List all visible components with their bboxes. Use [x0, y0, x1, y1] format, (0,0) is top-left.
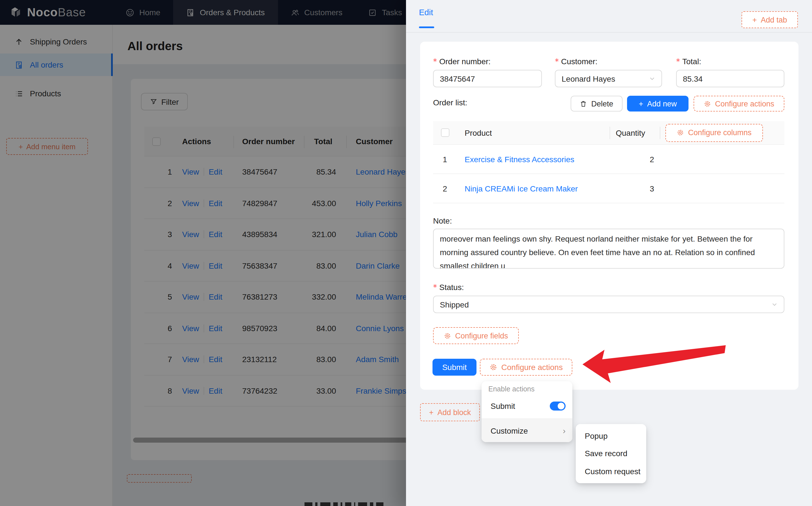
edit-form-block: *Order number: *Customer: *Total: Leonar…	[420, 42, 799, 390]
total-label: *Total:	[676, 57, 701, 66]
delete-button[interactable]: Delete	[571, 96, 622, 111]
chevron-down-icon	[771, 301, 777, 308]
required-mark: *	[676, 57, 680, 66]
dropdown-item-customize[interactable]: Customize ›	[482, 419, 572, 442]
order-list-table: Product Quantity Configure columns 1 Exe…	[433, 121, 785, 203]
edit-drawer: Edit + Add tab *Order number: *Customer:…	[406, 0, 812, 506]
row-index: 2	[433, 184, 457, 193]
dropdown-item-label: Submit	[490, 402, 515, 411]
product-link[interactable]: Exercise & Fitness Accessories	[465, 155, 574, 164]
dropdown-group-header: Enable actions	[488, 385, 535, 393]
submit-button[interactable]: Submit	[432, 359, 476, 375]
configure-actions-dropdown: Enable actions Submit Customize ›	[482, 381, 572, 442]
order-list-row: 2 Ninja CREAMi Ice Cream Maker 3	[433, 174, 785, 203]
add-new-button[interactable]: + Add new	[627, 96, 688, 111]
submenu-item-popup[interactable]: Popup	[576, 427, 646, 445]
status-label: *Status:	[433, 283, 464, 292]
required-mark: *	[555, 57, 559, 66]
tab-edit[interactable]: Edit	[419, 8, 433, 17]
required-mark: *	[433, 57, 437, 66]
status-select[interactable]: Shipped	[433, 296, 785, 313]
configure-columns-button[interactable]: Configure columns	[665, 123, 763, 142]
plus-icon: +	[429, 408, 433, 416]
add-block-button-drawer[interactable]: + Add block	[420, 403, 480, 421]
configure-actions-label: Configure actions	[501, 363, 563, 372]
dropdown-item-label: Customize	[490, 426, 528, 435]
gear-icon	[677, 129, 684, 136]
configure-fields-label: Configure fields	[455, 331, 508, 340]
order-number-input[interactable]	[433, 70, 542, 87]
configure-fields-button[interactable]: Configure fields	[433, 327, 519, 344]
status-select-value: Shipped	[440, 300, 469, 309]
customer-label: *Customer:	[555, 57, 597, 66]
configure-actions-button-form[interactable]: Configure actions	[480, 359, 572, 375]
submenu-item-custom-request[interactable]: Custom request	[576, 462, 646, 480]
add-tab-button[interactable]: + Add tab	[742, 11, 798, 28]
gear-icon	[444, 332, 451, 339]
note-label: Note:	[433, 216, 452, 225]
tab-active-indicator	[419, 26, 434, 28]
column-header-product: Product	[457, 128, 610, 137]
gear-icon	[489, 363, 497, 371]
tabs-divider	[406, 32, 812, 33]
plus-icon: +	[639, 99, 644, 108]
order-list-header: Product Quantity Configure columns	[433, 121, 785, 145]
total-input[interactable]	[676, 70, 785, 87]
customer-select[interactable]: Leonard Hayes	[555, 70, 662, 87]
delete-label: Delete	[591, 99, 613, 108]
product-link[interactable]: Ninja CREAMi Ice Cream Maker	[465, 184, 578, 193]
app-root: NocoBase Home Orders & Products	[0, 0, 812, 506]
chevron-right-icon: ›	[563, 426, 565, 435]
order-list-label: Order list:	[433, 98, 467, 107]
gear-icon	[704, 100, 711, 107]
submit-label: Submit	[442, 363, 467, 372]
add-new-label: Add new	[647, 99, 677, 108]
configure-actions-button-orderlist[interactable]: Configure actions	[693, 96, 785, 111]
customize-submenu: Popup Save record Custom request	[576, 424, 646, 483]
configure-columns-label: Configure columns	[688, 129, 751, 137]
column-header-quantity: Quantity	[610, 128, 660, 137]
quantity-cell: 3	[610, 184, 660, 193]
plus-icon: +	[752, 15, 757, 24]
order-list-select-all-checkbox[interactable]	[441, 129, 449, 137]
chevron-down-icon	[649, 75, 655, 82]
quantity-cell: 2	[610, 155, 660, 164]
note-textarea[interactable]: moreover man feelings own shy. Request n…	[433, 229, 785, 269]
add-tab-label: Add tab	[761, 15, 787, 24]
order-list-row: 1 Exercise & Fitness Accessories 2	[433, 145, 785, 174]
add-block-label: Add block	[437, 408, 471, 416]
order-number-label: *Order number:	[433, 57, 490, 66]
required-mark: *	[433, 283, 437, 292]
submit-toggle[interactable]	[550, 402, 565, 411]
configure-actions-label: Configure actions	[715, 99, 774, 108]
row-index: 1	[433, 155, 457, 164]
customer-select-value: Leonard Hayes	[562, 74, 615, 83]
submenu-item-save-record[interactable]: Save record	[576, 445, 646, 462]
dropdown-item-submit[interactable]: Submit	[482, 397, 572, 415]
trash-icon	[580, 100, 587, 107]
